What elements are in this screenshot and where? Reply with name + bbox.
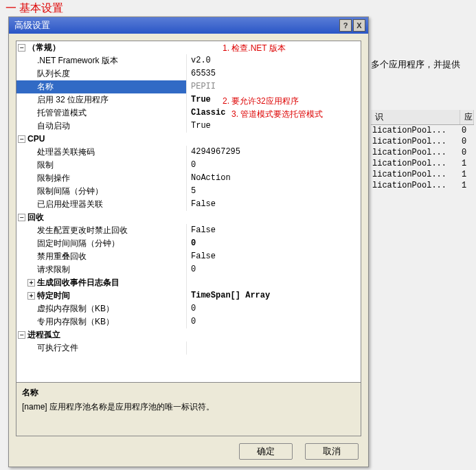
property-value: False: [187, 198, 361, 211]
bg-table-row: licationPool...1: [371, 158, 474, 169]
property-label: 可执行文件: [16, 342, 187, 355]
property-value: False: [187, 224, 361, 237]
ok-button[interactable]: 确定: [239, 443, 293, 460]
advanced-settings-dialog: 高级设置 ? X −（常规）.NET Framework 版本v2.0队列长度6…: [8, 16, 369, 467]
property-label: 已启用处理器关联: [16, 198, 187, 211]
bg-cell: licationPool...: [371, 180, 460, 191]
property-value: 0: [187, 315, 361, 328]
property-row[interactable]: 请求限制0: [16, 263, 361, 276]
property-row[interactable]: 名称PEPII: [16, 80, 361, 93]
property-value: [187, 41, 361, 54]
bg-header-1: 识: [371, 110, 460, 124]
property-label: 专用内存限制（KB）: [16, 315, 187, 328]
property-value: 5: [187, 185, 361, 198]
property-value: False: [187, 250, 361, 263]
titlebar-text: 高级设置: [12, 19, 338, 32]
property-row[interactable]: 禁用重叠回收False: [16, 250, 361, 263]
property-value: 0: [187, 237, 361, 250]
property-group[interactable]: −CPU: [16, 133, 361, 146]
expand-icon[interactable]: +: [27, 292, 35, 300]
bg-header-2: 应: [460, 110, 474, 124]
description-pane: 名称 [name] 应用程序池名称是应用程序池的唯一标识符。: [16, 382, 361, 436]
bg-table-row: licationPool...0: [371, 136, 474, 147]
property-label: 限制间隔（分钟）: [16, 185, 187, 198]
bg-cell: licationPool...: [371, 125, 460, 136]
collapse-icon[interactable]: −: [18, 135, 25, 143]
bg-cell: 0: [460, 147, 474, 158]
button-row: 确定 取消: [16, 436, 361, 460]
property-row[interactable]: .NET Framework 版本v2.0: [16, 54, 361, 67]
collapse-icon[interactable]: −: [18, 331, 25, 339]
property-value: True: [187, 120, 361, 133]
bg-cell: 1: [460, 180, 474, 191]
property-value: [187, 211, 361, 224]
cancel-button[interactable]: 取消: [305, 443, 359, 460]
property-value: 0: [187, 302, 361, 315]
bg-cell: licationPool...: [371, 147, 460, 158]
property-group[interactable]: −回收: [16, 211, 361, 224]
property-label: 进程孤立: [16, 328, 187, 342]
background-text: 多个应用程序，并提供: [371, 58, 460, 71]
titlebar[interactable]: 高级设置 ? X: [9, 17, 368, 34]
property-label: 固定时间间隔（分钟）: [16, 237, 187, 250]
property-label: 虚拟内存限制（KB）: [16, 302, 187, 315]
bg-table-row: licationPool...1: [371, 169, 474, 180]
property-value: Classic: [187, 107, 361, 120]
property-row[interactable]: 可执行文件: [16, 342, 361, 355]
property-value: 0: [187, 159, 361, 172]
property-label: 名称: [16, 80, 187, 93]
property-row[interactable]: 队列长度65535: [16, 67, 361, 80]
property-grid-rows: −（常规）.NET Framework 版本v2.0队列长度65535名称PEP…: [16, 41, 361, 382]
property-label: 处理器关联掩码: [16, 146, 187, 159]
property-label: CPU: [16, 133, 187, 146]
property-label: 请求限制: [16, 263, 187, 276]
property-group[interactable]: −进程孤立: [16, 328, 361, 342]
property-row[interactable]: 发生配置更改时禁止回收False: [16, 224, 361, 237]
property-row[interactable]: 固定时间间隔（分钟）0: [16, 237, 361, 250]
property-label: 启用 32 位应用程序: [16, 93, 187, 107]
property-value: [187, 342, 361, 355]
description-text: [name] 应用程序池名称是应用程序池的唯一标识符。: [22, 401, 355, 413]
property-row[interactable]: 限制间隔（分钟）5: [16, 185, 361, 198]
expand-icon[interactable]: +: [27, 279, 35, 287]
description-title: 名称: [22, 387, 355, 399]
property-label: （常规）: [16, 41, 187, 54]
property-value: v2.0: [187, 54, 361, 67]
close-button[interactable]: X: [353, 19, 365, 32]
property-value: 65535: [187, 67, 361, 80]
property-label: 回收: [16, 211, 187, 224]
property-row[interactable]: 已启用处理器关联False: [16, 198, 361, 211]
bg-cell: licationPool...: [371, 136, 460, 147]
property-label: 特定时间: [16, 289, 187, 302]
property-row[interactable]: 自动启动True: [16, 120, 361, 133]
property-row[interactable]: 托管管道模式Classic: [16, 107, 361, 120]
property-row[interactable]: 专用内存限制（KB）0: [16, 315, 361, 328]
property-label: 生成回收事件日志条目: [16, 276, 187, 289]
property-label: 限制操作: [16, 172, 187, 185]
property-row[interactable]: 限制操作NoAction: [16, 172, 361, 185]
bg-table-row: licationPool...0: [371, 147, 474, 158]
property-value: [187, 276, 361, 289]
collapse-icon[interactable]: −: [18, 214, 25, 221]
property-label: .NET Framework 版本: [16, 54, 187, 67]
property-row[interactable]: 处理器关联掩码4294967295: [16, 146, 361, 159]
property-value: 4294967295: [187, 146, 361, 159]
collapse-icon[interactable]: −: [18, 44, 25, 52]
property-value: True: [187, 93, 361, 107]
dialog-body: −（常规）.NET Framework 版本v2.0队列长度65535名称PEP…: [9, 34, 368, 467]
property-value: PEPII: [187, 80, 361, 93]
property-group[interactable]: +特定时间TimeSpan[] Array: [16, 289, 361, 302]
property-row[interactable]: 虚拟内存限制（KB）0: [16, 302, 361, 315]
property-group[interactable]: +生成回收事件日志条目: [16, 276, 361, 289]
bg-cell: 0: [460, 125, 474, 136]
bg-table-row: licationPool...0: [371, 125, 474, 136]
property-row[interactable]: 启用 32 位应用程序True: [16, 93, 361, 107]
bg-cell: 0: [460, 136, 474, 147]
property-label: 自动启动: [16, 120, 187, 133]
bg-cell: licationPool...: [371, 158, 460, 169]
help-button[interactable]: ?: [339, 19, 352, 32]
property-row[interactable]: 限制0: [16, 159, 361, 172]
property-label: 发生配置更改时禁止回收: [16, 224, 187, 237]
property-group[interactable]: −（常规）: [16, 41, 361, 54]
property-label: 队列长度: [16, 67, 187, 80]
